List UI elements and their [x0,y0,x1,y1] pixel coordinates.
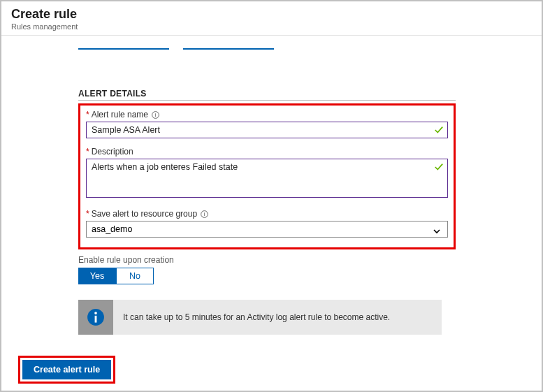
info-icon[interactable]: i [152,111,159,119]
description-input[interactable] [86,159,448,198]
resource-group-label: *Save alert to resource group i [86,209,448,219]
valid-check-icon [434,162,444,172]
create-alert-rule-button[interactable]: Create alert rule [22,360,111,379]
info-banner-text: It can take up to 5 minutes for an Activ… [113,312,400,322]
info-banner: It can take up to 5 minutes for an Activ… [78,300,442,335]
info-icon[interactable]: i [201,210,208,218]
alert-rule-name-input[interactable] [86,122,448,138]
description-field: *Description [86,147,448,201]
previous-section-tabs [78,40,542,52]
enable-rule-label: Enable rule upon creation [78,255,542,265]
svg-point-6 [94,312,97,314]
page-subtitle: Rules management [11,22,532,31]
svg-text:i: i [155,112,157,119]
enable-yes-button[interactable]: Yes [78,268,116,284]
blade-header: Create rule Rules management [1,1,542,36]
alert-details-highlight: *Alert rule name i *Description [78,103,456,249]
alert-details-section: ALERT DETAILS *Alert rule name i *Descri… [78,89,456,249]
enable-no-button[interactable]: No [116,268,154,284]
resource-group-select[interactable]: asa_demo [86,221,448,238]
svg-rect-5 [95,316,97,323]
resource-group-field: *Save alert to resource group i asa_demo [86,209,448,238]
valid-check-icon [434,125,444,135]
info-circle-icon [78,300,113,335]
alert-rule-name-label: *Alert rule name i [86,110,448,119]
alert-rule-name-field: *Alert rule name i [86,110,448,138]
footer-actions: Create alert rule [18,356,115,384]
svg-text:i: i [204,212,205,218]
enable-rule-toggle: Yes No [78,268,542,284]
description-label: *Description [86,147,448,157]
section-heading: ALERT DETAILS [78,89,456,101]
page-title: Create rule [11,7,532,22]
create-button-highlight: Create alert rule [18,356,115,384]
